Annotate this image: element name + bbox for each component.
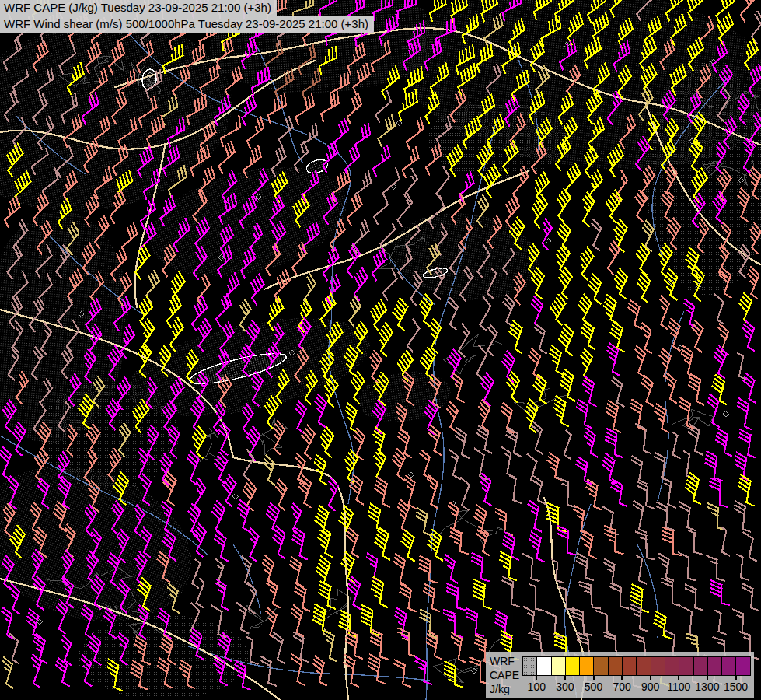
legend-tick (593, 675, 595, 680)
cape-legend-cell (566, 657, 580, 675)
cape-legend-cell (594, 657, 608, 675)
cape-legend-cell (552, 657, 566, 675)
wrf-weather-map: WRF CAPE (J/kg) Tuesday 23-09-2025 21:00… (0, 0, 761, 700)
cape-legend-cell (651, 657, 665, 675)
cape-legend-cell (708, 657, 722, 675)
cape-legend-cell (679, 657, 693, 675)
legend-tick (650, 675, 651, 680)
cape-colorbar (522, 656, 751, 676)
legend-tick (735, 675, 737, 680)
legend-label-wrf: WRF (490, 654, 522, 668)
legend-tick (536, 675, 537, 680)
cape-legend-cell (665, 657, 679, 675)
cape-legend-cell (609, 657, 623, 675)
legend-tick (707, 675, 708, 680)
legend-tick-label: 1500 (713, 681, 759, 693)
cape-legend-cell (580, 657, 594, 675)
chart-title-block: WRF CAPE (J/kg) Tuesday 23-09-2025 21:00… (0, 0, 374, 33)
cape-legend-cell (637, 657, 651, 675)
legend-tick (621, 675, 623, 680)
title-cape-line: WRF CAPE (J/kg) Tuesday 23-09-2025 21:00… (0, 0, 277, 16)
cape-legend: WRF CAPE J/kg 10030050070090011001300150… (486, 652, 754, 698)
cape-legend-cell (694, 657, 708, 675)
terrain-stipple (428, 101, 567, 179)
title-windshear-line: WRF Wind shear (m/s) 500/1000hPa Tuesday… (0, 16, 374, 33)
cape-legend-cell (523, 657, 537, 675)
legend-tick (564, 675, 566, 680)
cape-legend-cell (537, 657, 551, 675)
cape-legend-cell (736, 657, 749, 675)
map-canvas (0, 0, 761, 700)
legend-tick (678, 675, 679, 680)
cape-legend-cell (722, 657, 736, 675)
cape-legend-cell (623, 657, 637, 675)
